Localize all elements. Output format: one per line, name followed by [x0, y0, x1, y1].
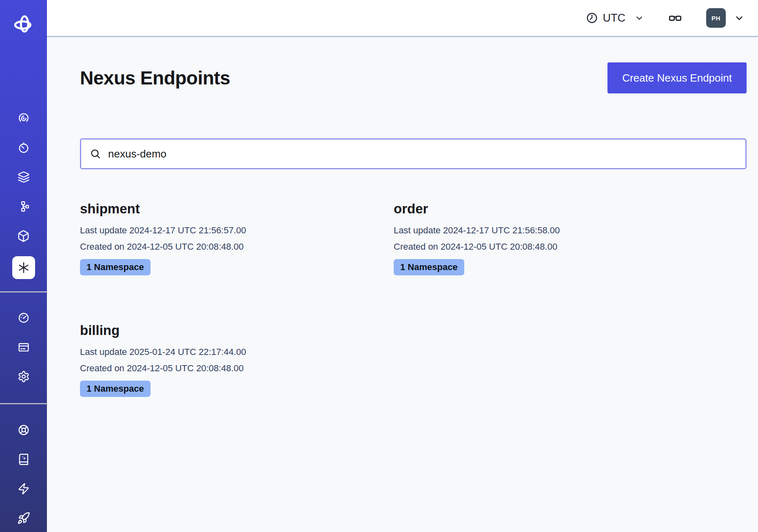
page-header: Nexus Endpoints Create Nexus Endpoint: [80, 62, 747, 93]
main-content: Nexus Endpoints Create Nexus Endpoint sh…: [47, 37, 758, 532]
search-input[interactable]: [107, 147, 737, 161]
endpoint-last-update: Last update 2024-12-17 UTC 21:56:57.00: [80, 222, 380, 239]
sidebar-item-deployments[interactable]: [15, 197, 33, 215]
sidebar-item-getting-started[interactable]: [15, 509, 33, 527]
sidebar-item-archival[interactable]: [15, 227, 33, 245]
app-root: UTC PH: [0, 0, 758, 532]
endpoint-name-link[interactable]: order: [394, 201, 694, 217]
endpoint-last-update: Last update 2025-01-24 UTC 22:17:44.00: [80, 344, 380, 360]
timezone-selector[interactable]: UTC: [586, 12, 645, 24]
sidebar-nav-account: [0, 309, 47, 386]
namespace-badge: 1 Namespace: [80, 381, 151, 397]
workflows-spiral-icon: [18, 112, 30, 124]
clock-icon: [586, 12, 598, 24]
nexus-asterisk-icon: [17, 261, 31, 275]
sidebar-item-settings[interactable]: [15, 368, 33, 386]
endpoint-created-on: Created on 2024-12-05 UTC 20:08:48.00: [80, 239, 380, 255]
endpoint-name-link[interactable]: billing: [80, 323, 380, 338]
sidebar-divider: [0, 291, 47, 293]
sidebar-item-usage[interactable]: [15, 309, 33, 327]
sidebar-item-nexus[interactable]: [12, 256, 35, 279]
docs-book-icon: [18, 453, 30, 466]
search-icon: [89, 148, 102, 160]
sidebar-item-batch-operations[interactable]: [15, 168, 33, 186]
namespace-badge: 1 Namespace: [80, 259, 151, 275]
endpoint-card: shipment Last update 2024-12-17 UTC 21:5…: [80, 201, 380, 275]
timezone-label: UTC: [603, 12, 626, 24]
create-nexus-endpoint-button[interactable]: Create Nexus Endpoint: [607, 62, 747, 93]
sidebar-item-billing[interactable]: [15, 338, 33, 356]
endpoint-created-on: Created on 2024-12-05 UTC 20:08:48.00: [394, 239, 694, 255]
avatar: PH: [706, 8, 726, 28]
endpoint-created-on: Created on 2024-12-05 UTC 20:08:48.00: [80, 360, 380, 377]
temporal-logo[interactable]: [13, 13, 34, 35]
page-title: Nexus Endpoints: [80, 66, 230, 89]
endpoint-grid: shipment Last update 2024-12-17 UTC 21:5…: [80, 201, 747, 397]
topbar: UTC PH: [47, 0, 758, 37]
events-lightning-icon: [18, 483, 30, 495]
right-column: UTC PH: [47, 0, 758, 532]
sidebar-nav-help: [0, 421, 47, 527]
usage-gauge-icon: [18, 312, 30, 324]
settings-gear-icon: [18, 370, 30, 383]
avatar-initials: PH: [711, 15, 720, 22]
sidebar: [0, 0, 47, 532]
sidebar-item-schedules[interactable]: [15, 139, 33, 157]
archival-cube-icon: [17, 230, 30, 242]
sidebar-item-docs[interactable]: [15, 450, 33, 468]
getting-started-rocket-icon: [17, 512, 30, 525]
sidebar-item-support[interactable]: [15, 421, 33, 439]
endpoint-last-update: Last update 2024-12-17 UTC 21:56:58.00: [394, 222, 694, 239]
sidebar-nav-primary: [0, 109, 47, 279]
schedules-timer-icon: [18, 142, 30, 154]
sidebar-item-events[interactable]: [15, 480, 33, 498]
billing-card-icon: [18, 341, 30, 353]
support-lifebuoy-icon: [18, 424, 30, 436]
chevron-down-icon: [734, 13, 745, 23]
endpoint-card: order Last update 2024-12-17 UTC 21:56:5…: [394, 201, 694, 275]
namespace-badge: 1 Namespace: [394, 259, 464, 275]
batch-layers-icon: [18, 171, 30, 183]
account-menu[interactable]: PH: [706, 8, 745, 28]
sidebar-item-workflows[interactable]: [15, 109, 33, 127]
endpoint-name-link[interactable]: shipment: [80, 201, 380, 217]
sidebar-divider: [0, 403, 47, 404]
deployments-tree-icon: [18, 200, 30, 213]
glasses-icon: [668, 11, 683, 25]
chevron-down-icon: [634, 13, 644, 23]
endpoint-card: billing Last update 2025-01-24 UTC 22:17…: [80, 323, 380, 397]
read-only-toggle[interactable]: [668, 11, 683, 25]
endpoint-search: [80, 138, 747, 169]
